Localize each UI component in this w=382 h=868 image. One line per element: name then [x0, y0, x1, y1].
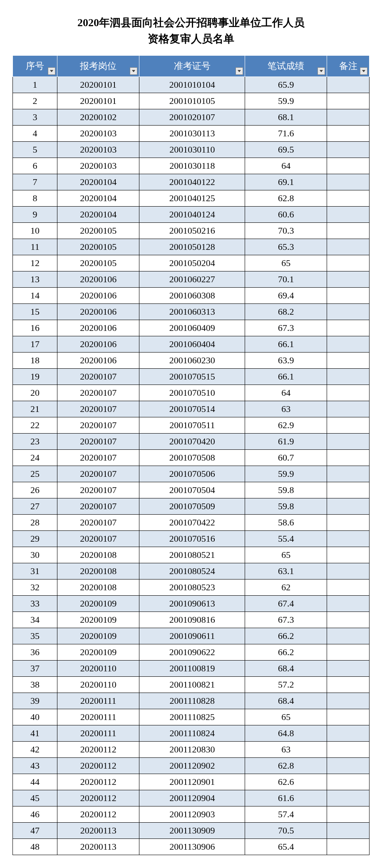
table-row: 4720200113200113090970.5 — [13, 823, 370, 839]
filter-dropdown-icon[interactable] — [236, 67, 243, 75]
cell-note — [327, 774, 370, 790]
header-position[interactable]: 报考岗位 — [57, 56, 139, 77]
cell-score: 62.9 — [245, 417, 327, 434]
cell-note — [327, 255, 370, 271]
cell-exam_no: 2001120904 — [139, 790, 245, 806]
filter-dropdown-icon[interactable] — [360, 67, 367, 75]
cell-seq: 35 — [13, 628, 57, 644]
cell-note — [327, 288, 370, 304]
filter-dropdown-icon[interactable] — [48, 67, 55, 75]
cell-position: 20200106 — [57, 336, 139, 353]
header-score[interactable]: 笔试成绩 — [245, 56, 327, 77]
cell-score: 65.9 — [245, 77, 327, 93]
cell-score: 70.3 — [245, 223, 327, 239]
cell-note — [327, 466, 370, 482]
cell-position: 20200105 — [57, 223, 139, 239]
cell-position: 20200106 — [57, 320, 139, 336]
cell-score: 63 — [245, 742, 327, 758]
header-note-label: 备注 — [339, 61, 357, 71]
cell-note — [327, 628, 370, 644]
cell-exam_no: 2001060308 — [139, 288, 245, 304]
cell-score: 62.8 — [245, 190, 327, 207]
cell-score: 64 — [245, 158, 327, 174]
cell-exam_no: 2001080523 — [139, 579, 245, 596]
cell-seq: 30 — [13, 547, 57, 563]
title-line-2: 资格复审人员名单 — [148, 33, 234, 45]
cell-position: 20200106 — [57, 353, 139, 369]
cell-exam_no: 2001090622 — [139, 644, 245, 661]
cell-seq: 33 — [13, 596, 57, 612]
cell-exam_no: 2001070509 — [139, 498, 245, 515]
cell-note — [327, 579, 370, 596]
cell-exam_no: 2001040125 — [139, 190, 245, 207]
header-exam-no[interactable]: 准考证号 — [139, 56, 245, 77]
table-row: 2320200107200107042061.9 — [13, 434, 370, 450]
cell-seq: 13 — [13, 271, 57, 288]
cell-seq: 40 — [13, 709, 57, 725]
cell-note — [327, 563, 370, 579]
cell-exam_no: 2001110828 — [139, 693, 245, 709]
table-row: 1620200106200106040967.3 — [13, 320, 370, 336]
cell-position: 20200109 — [57, 596, 139, 612]
cell-exam_no: 2001090613 — [139, 596, 245, 612]
table-row: 520200103200103011069.5 — [13, 142, 370, 158]
table-row: 3920200111200111082868.4 — [13, 693, 370, 709]
cell-score: 65 — [245, 709, 327, 725]
cell-note — [327, 693, 370, 709]
table-row: 2220200107200107051162.9 — [13, 417, 370, 434]
cell-note — [327, 742, 370, 758]
cell-score: 70.1 — [245, 271, 327, 288]
cell-note — [327, 271, 370, 288]
table-row: 920200104200104012460.6 — [13, 207, 370, 223]
table-row: 3020200108200108052165 — [13, 547, 370, 563]
cell-position: 20200107 — [57, 466, 139, 482]
cell-note — [327, 77, 370, 93]
cell-position: 20200112 — [57, 806, 139, 823]
cell-position: 20200101 — [57, 93, 139, 109]
cell-seq: 9 — [13, 207, 57, 223]
cell-position: 20200112 — [57, 774, 139, 790]
cell-position: 20200112 — [57, 742, 139, 758]
cell-note — [327, 498, 370, 515]
cell-position: 20200107 — [57, 369, 139, 385]
filter-dropdown-icon[interactable] — [130, 67, 137, 75]
cell-note — [327, 93, 370, 109]
cell-seq: 45 — [13, 790, 57, 806]
cell-position: 20200108 — [57, 579, 139, 596]
cell-exam_no: 2001100819 — [139, 661, 245, 677]
cell-exam_no: 2001070506 — [139, 466, 245, 482]
cell-position: 20200102 — [57, 109, 139, 126]
filter-dropdown-icon[interactable] — [318, 67, 325, 75]
cell-seq: 32 — [13, 579, 57, 596]
cell-exam_no: 2001090816 — [139, 612, 245, 628]
cell-note — [327, 401, 370, 417]
cell-exam_no: 2001070422 — [139, 515, 245, 531]
cell-exam_no: 2001100821 — [139, 677, 245, 693]
cell-position: 20200111 — [57, 725, 139, 742]
svg-marker-3 — [320, 70, 323, 72]
cell-seq: 43 — [13, 758, 57, 774]
cell-score: 66.1 — [245, 336, 327, 353]
page-title: 2020年泗县面向社会公开招聘事业单位工作人员 资格复审人员名单 — [12, 8, 370, 55]
cell-exam_no: 2001080521 — [139, 547, 245, 563]
header-exam-no-label: 准考证号 — [174, 61, 211, 71]
header-position-label: 报考岗位 — [80, 61, 117, 71]
cell-seq: 28 — [13, 515, 57, 531]
header-note[interactable]: 备注 — [327, 56, 370, 77]
cell-note — [327, 823, 370, 839]
cell-score: 60.7 — [245, 450, 327, 466]
cell-score: 65.4 — [245, 839, 327, 855]
cell-note — [327, 353, 370, 369]
cell-note — [327, 223, 370, 239]
cell-note — [327, 239, 370, 255]
cell-note — [327, 369, 370, 385]
cell-note — [327, 677, 370, 693]
cell-seq: 42 — [13, 742, 57, 758]
cell-seq: 38 — [13, 677, 57, 693]
cell-exam_no: 2001070515 — [139, 369, 245, 385]
cell-exam_no: 2001020107 — [139, 109, 245, 126]
cell-note — [327, 320, 370, 336]
header-seq[interactable]: 序号 — [13, 56, 57, 77]
table-row: 4520200112200112090461.6 — [13, 790, 370, 806]
cell-exam_no: 2001130909 — [139, 823, 245, 839]
